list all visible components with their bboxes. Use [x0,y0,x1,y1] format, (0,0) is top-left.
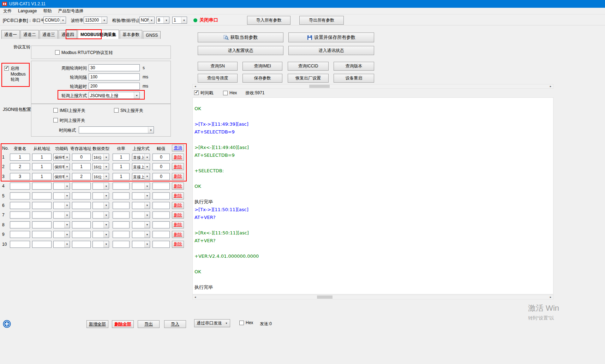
send-hex-checkbox[interactable]: Hex [239,320,253,325]
slave-addr-input[interactable] [32,221,52,228]
data-type-select[interactable]: 16位 无符号 ▼ [92,154,109,161]
rate-input[interactable] [113,241,130,248]
modbus-rtu-tcp-checkbox[interactable]: Modbus RTU/TCP协议互转 [55,50,113,56]
stopbits-select[interactable]: 1 ▼ [172,17,187,24]
data-type-select[interactable]: ▼ [92,211,109,219]
report-mode-select[interactable]: 直接上报 ▼ [132,173,150,180]
delete-row-button[interactable]: 删除 [172,241,184,248]
slave-addr-input[interactable] [32,241,52,248]
reg-addr-input[interactable] [72,211,91,219]
report-mode-select[interactable]: ▼ [132,192,150,199]
imei-report-checkbox[interactable]: IMEI上报开关 [53,108,85,114]
reg-addr-input[interactable] [72,202,91,209]
scroll-left-icon[interactable]: ◄ [193,84,198,88]
func-code-select[interactable]: 保持寄存器 ▼ [53,154,70,161]
slave-addr-input[interactable] [32,211,52,219]
enable-modbus-poll-checkbox[interactable]: 启用 Modbus轮询 [4,66,27,83]
func-code-select[interactable]: 保持寄存器 ▼ [53,163,70,170]
report-mode-select[interactable]: JSON组包上报 ▼ [89,92,140,99]
close-port-button[interactable]: 关闭串口 [193,16,218,24]
factory-reset-button[interactable]: 恢复出厂设置 [288,74,329,83]
log-hscrollbar-bottom[interactable]: ◄ ► [192,295,553,299]
report-mode-select[interactable]: ▼ [132,221,150,228]
query-button[interactable]: 查询 [172,145,184,151]
reg-addr-input[interactable] [72,154,91,161]
scroll-right-icon[interactable]: ► [548,295,553,299]
send-via-serial-button[interactable]: 通过串口发送 ▼ [194,319,230,327]
data-type-select[interactable]: ▼ [92,231,109,238]
scroll-right-icon[interactable]: ► [548,84,553,88]
var-name-input[interactable] [10,231,30,238]
query-signal-button[interactable]: 查信号强度 [198,74,238,83]
delete-row-button[interactable]: 删除 [172,211,184,219]
report-mode-select[interactable]: ▼ [132,202,150,209]
amplitude-input[interactable] [152,221,170,228]
func-code-select[interactable]: ▼ [53,192,70,199]
amplitude-input[interactable] [152,202,170,209]
sn-report-checkbox[interactable]: SN上报开关 [114,108,143,114]
poll-timeout-input[interactable] [89,83,140,90]
menu-language[interactable]: Language [15,8,40,14]
var-name-input[interactable] [10,183,30,190]
log-hscrollbar-top[interactable]: ◄ ► [192,84,553,89]
databits-select[interactable]: 8 ▼ [156,17,169,24]
add-circle-icon[interactable] [3,320,11,328]
tab-channel-2[interactable]: 通道二 [20,30,39,39]
slave-addr-input[interactable] [32,173,52,180]
tab-channel-3[interactable]: 通道三 [40,30,58,39]
enter-config-state-button[interactable]: 进入配置状态 [198,46,283,55]
func-code-select[interactable]: ▼ [53,183,70,190]
var-name-input[interactable] [10,163,30,170]
report-mode-select[interactable]: 直接上报 ▼ [132,163,150,170]
time-report-checkbox[interactable]: 时间上报开关 [53,118,85,124]
rate-input[interactable] [113,154,130,161]
slave-addr-input[interactable] [32,163,52,170]
report-mode-select[interactable]: 直接上报 ▼ [132,154,150,161]
delete-row-button[interactable]: 删除 [172,231,184,238]
func-code-select[interactable]: ▼ [53,211,70,219]
func-code-select[interactable]: ▼ [53,231,70,238]
get-current-params-button[interactable]: 获取当前参数 [198,32,283,42]
tab-channel-4[interactable]: 通道四 [59,30,77,39]
import-table-button[interactable]: 导入 [164,320,186,328]
tab-modbus-poll[interactable]: MODBUS轮询采集 [78,30,119,39]
data-type-select[interactable]: ▼ [92,241,109,248]
amplitude-input[interactable] [152,231,170,238]
var-name-input[interactable] [10,192,30,199]
tab-basic-params[interactable]: 基本参数 [120,30,142,39]
rate-input[interactable] [113,221,130,228]
query-iccid-button[interactable]: 查询ICCID [288,62,329,71]
func-code-select[interactable]: ▼ [53,241,70,248]
data-type-select[interactable]: ▼ [92,202,109,209]
delete-row-button[interactable]: 删除 [172,183,184,190]
query-imei-button[interactable]: 查询IMEI [242,62,282,71]
data-type-select[interactable]: 16位 无符号 ▼ [92,163,109,170]
delete-row-button[interactable]: 删除 [172,154,184,161]
reboot-device-button[interactable]: 设备重启 [334,74,374,83]
report-mode-select[interactable]: ▼ [132,241,150,248]
export-table-button[interactable]: 导出 [138,320,160,328]
tab-gnss[interactable]: GNSS [143,31,161,39]
reg-addr-input[interactable] [72,231,91,238]
set-save-all-params-button[interactable]: 设置并保存所有参数 [288,32,374,42]
query-sn-button[interactable]: 查询SN [198,62,238,71]
amplitude-input[interactable] [152,241,170,248]
report-mode-select[interactable]: ▼ [132,183,150,190]
rate-input[interactable] [113,173,130,180]
reg-addr-input[interactable] [72,241,91,248]
query-version-button[interactable]: 查询版本 [334,62,374,71]
var-name-input[interactable] [10,241,30,248]
rate-input[interactable] [113,183,130,190]
reg-addr-input[interactable] [72,183,91,190]
delete-row-button[interactable]: 删除 [172,202,184,209]
rate-input[interactable] [113,163,130,170]
save-params-button[interactable]: 保存参数 [242,74,282,83]
tab-channel-1[interactable]: 通道一 [1,30,20,39]
cycle-time-input[interactable] [89,64,140,71]
reg-addr-input[interactable] [72,221,91,228]
rate-input[interactable] [113,192,130,199]
amplitude-input[interactable] [152,154,170,161]
port-select[interactable]: COM10 ▼ [43,17,66,24]
rate-input[interactable] [113,231,130,238]
amplitude-input[interactable] [152,183,170,190]
